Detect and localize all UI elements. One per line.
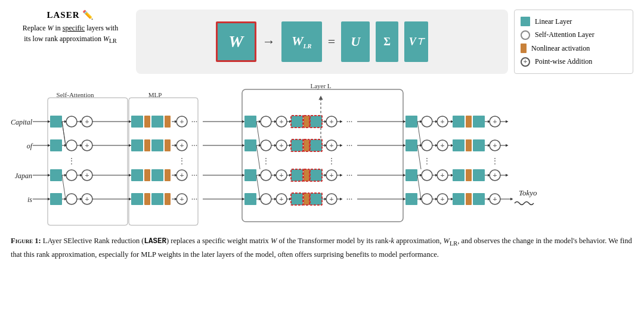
svg-rect-122 [165, 169, 171, 181]
legend-item-pointwise: + Point-wise Addition [521, 57, 627, 67]
svg-line-113 [62, 175, 66, 199]
svg-rect-64 [144, 139, 150, 151]
self-attention-icon [521, 30, 530, 40]
nonlinear-activation-icon [521, 44, 527, 53]
svg-rect-80 [291, 139, 303, 151]
svg-line-24 [256, 122, 260, 145]
svg-text:···: ··· [346, 171, 353, 180]
top-section: LASER ✏️ Replace W in specific layers wi… [11, 7, 633, 77]
pointwise-addition-icon: + [521, 57, 530, 67]
diagram-svg: Layer L Self-Attention MLP Capital [11, 81, 633, 229]
svg-rect-145 [405, 169, 417, 181]
figure-number: Figure 1: [11, 237, 41, 245]
svg-text:···: ··· [191, 195, 198, 204]
row-label-of: of [27, 142, 33, 150]
svg-text:···: ··· [191, 141, 198, 150]
self-attention-section-label: Self-Attention [57, 91, 94, 98]
svg-text:+: + [179, 117, 184, 126]
svg-rect-22 [244, 116, 256, 128]
svg-text:+: + [329, 117, 333, 126]
svg-text:+: + [179, 170, 184, 179]
formula-arrow: → [262, 34, 275, 49]
svg-line-130 [256, 175, 260, 199]
svg-rect-65 [151, 139, 163, 151]
svg-text:+: + [493, 170, 497, 179]
caption-text: LAyer SElective Rank reduction (LASER) r… [11, 237, 632, 259]
svg-text:⋮: ⋮ [262, 157, 270, 165]
svg-point-131 [261, 170, 271, 181]
svg-point-163 [66, 194, 77, 204]
svg-text:+: + [279, 141, 283, 150]
matrix-wlr: WLR [281, 21, 322, 62]
svg-line-41 [417, 122, 421, 145]
svg-rect-48 [466, 116, 472, 128]
svg-text:+: + [85, 141, 89, 150]
svg-rect-153 [453, 169, 465, 181]
row-label-capital: Capital [11, 118, 33, 126]
linear-layer-label: Linear Layer [535, 17, 572, 26]
svg-rect-185 [304, 193, 309, 205]
row-label-is: is [27, 195, 32, 204]
svg-rect-89 [405, 139, 417, 151]
network-diagram: Layer L Self-Attention MLP Capital [11, 81, 633, 230]
svg-rect-66 [165, 139, 171, 151]
svg-rect-171 [165, 193, 171, 205]
svg-rect-201 [466, 193, 472, 205]
figure-caption: Figure 1: LAyer SElective Rank reduction… [11, 235, 633, 260]
legend-item-linear: Linear Layer [521, 17, 627, 26]
svg-text:···: ··· [346, 195, 353, 204]
legend-box: Linear Layer Self-Attention Layer Nonlin… [514, 10, 633, 74]
svg-text:+: + [329, 194, 333, 203]
svg-text:+: + [440, 170, 444, 179]
layer-l-label: Layer L [310, 82, 331, 89]
svg-point-75 [261, 140, 271, 151]
svg-point-58 [66, 140, 77, 151]
svg-point-92 [422, 140, 432, 151]
svg-text:+: + [179, 194, 184, 203]
svg-text:+: + [179, 141, 184, 150]
svg-text:⋮: ⋮ [68, 157, 75, 165]
svg-rect-32 [310, 116, 322, 128]
matrix-vt: V⊤ [404, 21, 428, 62]
svg-rect-5 [50, 116, 62, 128]
formula-box: W → WLR = U Σ V⊤ [136, 10, 508, 74]
nonlinear-activation-label: Nonlinear activation [531, 44, 590, 53]
svg-text:+: + [85, 117, 89, 126]
laser-text: LASER [47, 10, 79, 20]
matrix-sigma: Σ [376, 21, 398, 62]
svg-text:+: + [279, 194, 283, 203]
svg-line-57 [62, 122, 66, 145]
svg-rect-63 [131, 139, 143, 151]
svg-rect-155 [473, 169, 485, 181]
svg-rect-170 [151, 193, 163, 205]
svg-rect-169 [144, 193, 150, 205]
svg-text:+: + [440, 117, 444, 126]
svg-rect-177 [244, 193, 256, 205]
svg-rect-82 [310, 139, 322, 151]
svg-rect-136 [291, 169, 303, 181]
svg-point-195 [422, 194, 432, 204]
svg-rect-119 [131, 169, 143, 181]
svg-text:+: + [279, 170, 283, 179]
svg-rect-15 [151, 116, 163, 128]
svg-text:···: ··· [346, 141, 353, 150]
svg-text:+: + [329, 170, 333, 179]
legend-item-selfattention: Self-Attention Layer [521, 30, 627, 40]
svg-text:+: + [279, 117, 283, 126]
svg-text:+: + [329, 141, 333, 150]
svg-point-148 [422, 170, 432, 181]
row-label-japan: Japan [15, 172, 32, 180]
pointwise-addition-label: Point-wise Addition [535, 57, 592, 66]
svg-rect-99 [473, 139, 485, 151]
self-attention-label: Self-Attention Layer [535, 30, 595, 39]
svg-text:⋮: ⋮ [178, 157, 185, 165]
formula-equals: = [328, 34, 335, 49]
linear-layer-icon [521, 17, 530, 26]
svg-text:+: + [85, 194, 89, 203]
svg-point-179 [261, 194, 271, 204]
pencil-icon: ✏️ [82, 10, 94, 20]
svg-text:···: ··· [191, 117, 198, 126]
svg-rect-120 [144, 169, 150, 181]
laser-description-text: Replace W in specific layers withits low… [11, 23, 130, 45]
svg-rect-128 [244, 169, 256, 181]
